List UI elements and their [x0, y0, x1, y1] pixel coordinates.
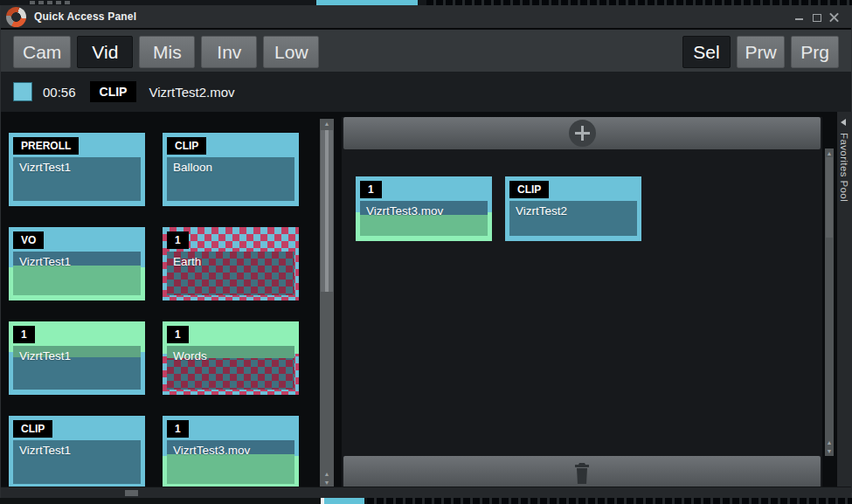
tile-name: VizrtTest1 — [13, 346, 141, 362]
window-title: Quick Access Panel — [34, 10, 136, 23]
tile-header: CLIP — [167, 137, 294, 157]
tile-name: VizrtTest3.mov — [167, 440, 294, 457]
tile-name: VizrtTest1 — [13, 252, 141, 268]
tile-body: VizrtTest1 — [13, 440, 141, 484]
tile-badge: 1 — [360, 181, 382, 198]
background-window-strip-bottom — [0, 498, 852, 504]
main-content: PREROLLVizrtTest1CLIPBalloonVOVizrtTest1… — [1, 112, 851, 493]
clip-color-swatch — [13, 82, 32, 101]
horizontal-scrollbar-thumb[interactable] — [125, 490, 138, 496]
favorites-scrollbar[interactable]: ▲ ▲ ▼ — [825, 148, 834, 456]
tile-name: VizrtTest2 — [509, 201, 637, 217]
app-logo-icon — [6, 7, 26, 27]
tile-badge: VO — [13, 231, 44, 249]
clip-duration: 00:56 — [43, 85, 76, 100]
collapse-arrow-icon — [841, 119, 846, 126]
tile-body: Words — [167, 346, 294, 390]
favorites-pool-panel: 1VizrtTest3.movCLIPVizrtTest2 — [342, 117, 822, 491]
clip-pool-grid: PREROLLVizrtTest1CLIPBalloonVOVizrtTest1… — [9, 133, 306, 489]
tab-sel[interactable]: Sel — [682, 36, 731, 68]
tab-vid[interactable]: Vid — [77, 36, 133, 68]
scroll-up-icon[interactable]: ▲ — [825, 438, 834, 446]
clip-tile[interactable]: 1Earth — [163, 227, 299, 300]
background-buttons — [30, 1, 73, 4]
clip-filename: VizrtTest2.mov — [149, 85, 234, 100]
clip-tile[interactable]: CLIPBalloon — [163, 133, 299, 206]
scroll-down-icon[interactable]: ▼ — [825, 447, 834, 455]
current-clip-bar: 00:56 CLIP VizrtTest2.mov — [1, 72, 851, 112]
pool-scrollbar-thumb[interactable] — [321, 130, 333, 292]
tile-body: VizrtTest3.mov — [360, 201, 488, 236]
tile-badge: CLIP — [13, 420, 52, 438]
pool-scrollbar[interactable]: ▲ ▲ ▼ — [320, 119, 334, 487]
clip-tile[interactable]: 1VizrtTest1 — [9, 321, 145, 395]
horizontal-scrollbar[interactable] — [1, 487, 851, 498]
tab-low[interactable]: Low — [263, 36, 319, 68]
tab-mis[interactable]: Mis — [139, 36, 195, 68]
favorites-bottom-toolbar — [343, 456, 821, 491]
tile-badge: 1 — [167, 326, 189, 343]
delete-favorite-button[interactable] — [571, 461, 593, 486]
scroll-up-icon[interactable]: ▲ — [320, 470, 334, 478]
clip-type-badge: CLIP — [90, 81, 137, 102]
tile-badge: PREROLL — [13, 137, 79, 155]
tab-bar: CamVidMisInvLow SelPrwPrg — [1, 30, 851, 72]
clip-tile[interactable]: CLIPVizrtTest1 — [9, 416, 145, 489]
tile-header: 1 — [167, 231, 294, 252]
tile-header: CLIP — [509, 181, 637, 201]
tile-badge: 1 — [13, 326, 35, 343]
tile-header: VO — [13, 231, 141, 252]
tile-badge: 1 — [167, 420, 189, 438]
tile-name: VizrtTest1 — [13, 440, 141, 457]
scroll-up-icon[interactable]: ▲ — [320, 120, 334, 128]
favorites-tiles: 1VizrtTest3.movCLIPVizrtTest2 — [356, 176, 641, 241]
tab-cam[interactable]: Cam — [13, 36, 71, 68]
favorites-scrollbar-thumb[interactable] — [826, 157, 833, 238]
tile-body: VizrtTest3.mov — [167, 440, 294, 484]
tab-inv[interactable]: Inv — [201, 36, 257, 68]
minimize-button[interactable] — [794, 12, 804, 22]
tile-body: VizrtTest1 — [13, 252, 141, 295]
tile-name: VizrtTest1 — [13, 157, 141, 174]
clip-tile[interactable]: 1Words — [163, 321, 299, 395]
tile-badge: 1 — [167, 231, 189, 249]
titlebar[interactable]: Quick Access Panel — [1, 5, 851, 29]
tab-prg[interactable]: Prg — [791, 36, 839, 68]
close-button[interactable] — [829, 12, 839, 22]
tile-name: Earth — [167, 252, 294, 268]
tile-name: Balloon — [167, 157, 294, 174]
tile-body: Balloon — [167, 157, 294, 201]
source-tabs: CamVidMisInvLow — [13, 36, 319, 68]
clip-tile[interactable]: PREROLLVizrtTest1 — [9, 133, 145, 206]
screen: Quick Access Panel CamVidMisInvLow SelPr… — [0, 0, 852, 504]
tile-name: Words — [167, 346, 294, 362]
tab-prw[interactable]: Prw — [737, 36, 785, 68]
tile-badge: CLIP — [167, 137, 206, 155]
clip-tile[interactable]: 1VizrtTest3.mov — [163, 416, 299, 489]
clip-tile[interactable]: CLIPVizrtTest2 — [505, 176, 641, 241]
window-controls — [794, 12, 839, 22]
tile-name: VizrtTest3.mov — [360, 201, 488, 217]
tile-badge: CLIP — [509, 181, 549, 198]
favorites-pool-side-tab[interactable]: Favorites Pool — [837, 112, 852, 493]
tile-header: 1 — [13, 326, 141, 346]
tile-body: Earth — [167, 252, 294, 295]
quick-access-panel-window: Quick Access Panel CamVidMisInvLow SelPr… — [0, 5, 852, 498]
scroll-down-icon[interactable]: ▼ — [320, 479, 334, 487]
tile-body: VizrtTest1 — [13, 346, 141, 390]
clip-tile[interactable]: 1VizrtTest3.mov — [356, 176, 492, 241]
tile-header: CLIP — [13, 420, 141, 440]
tile-header: 1 — [167, 326, 294, 346]
maximize-button[interactable] — [812, 12, 821, 22]
add-favorite-button[interactable] — [569, 120, 596, 147]
clip-tile[interactable]: VOVizrtTest1 — [9, 227, 145, 300]
background-tick-pattern — [367, 498, 852, 504]
tile-header: 1 — [167, 420, 294, 440]
tile-body: VizrtTest2 — [509, 201, 637, 236]
background-cyan-bar — [321, 498, 364, 504]
side-tab-label: Favorites Pool — [839, 133, 849, 202]
scroll-up-icon[interactable]: ▲ — [825, 149, 834, 157]
trash-icon — [572, 462, 592, 485]
tile-header: PREROLL — [13, 137, 141, 157]
favorites-top-toolbar — [343, 117, 821, 149]
